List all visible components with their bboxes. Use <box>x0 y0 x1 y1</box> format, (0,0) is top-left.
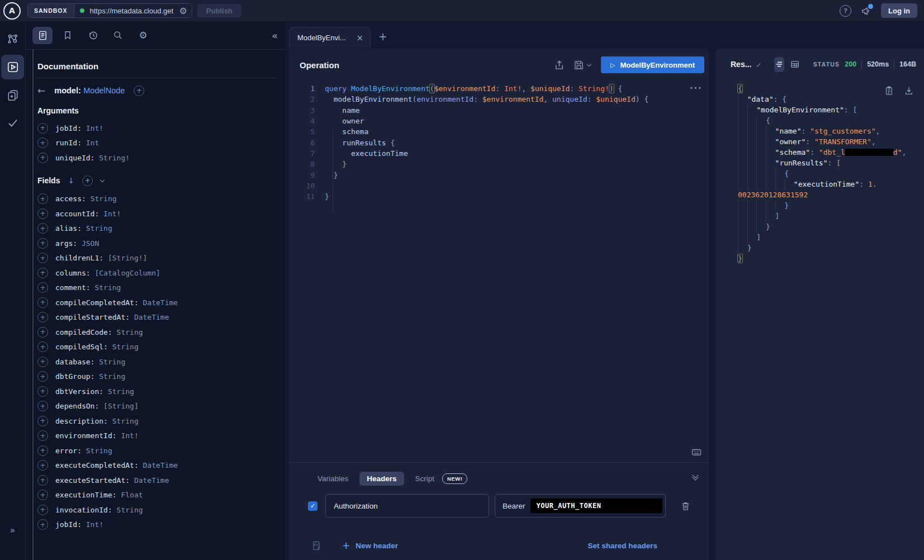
field-name[interactable]: columns: <box>55 269 94 277</box>
add-field-to-query-icon[interactable]: + <box>37 153 48 163</box>
collapse-docs-icon[interactable]: « <box>272 30 280 41</box>
field-name[interactable]: executeStartedAt: <box>55 476 134 485</box>
field-type-link[interactable]: [String] <box>103 402 139 410</box>
field-type-link[interactable]: Int! <box>86 124 103 132</box>
query-editor[interactable]: 1query ModelByEnvironment($environmentId… <box>289 81 692 448</box>
field-name[interactable]: invocationId: <box>55 506 117 514</box>
checks-icon[interactable] <box>0 111 25 135</box>
keyboard-shortcuts-icon[interactable] <box>691 447 702 458</box>
add-field-to-query-icon[interactable]: + <box>37 371 48 382</box>
field-type-link[interactable]: Float <box>121 491 143 499</box>
field-name[interactable]: environmentId: <box>55 431 121 440</box>
documentation-tab-icon[interactable] <box>32 27 53 44</box>
add-field-to-query-icon[interactable]: + <box>37 312 48 322</box>
field-type-link[interactable]: String <box>91 194 117 203</box>
field-name[interactable]: jobId: <box>55 124 86 132</box>
add-field-to-query-icon[interactable]: + <box>37 460 48 471</box>
field-name[interactable]: compileCompletedAt: <box>55 298 143 307</box>
field-type-link[interactable]: DateTime <box>134 476 169 485</box>
table-view-icon[interactable] <box>790 57 800 72</box>
field-type-link[interactable]: String <box>112 417 139 425</box>
field-name[interactable]: compiledSql: <box>55 343 112 351</box>
field-name[interactable]: executeCompletedAt: <box>55 461 143 469</box>
tab-modelbyenvironment[interactable]: ModelByEnvi... × <box>289 27 371 48</box>
delete-header-trash-icon[interactable] <box>680 501 691 511</box>
explorer-icon[interactable] <box>1 55 24 79</box>
add-field-to-query-icon[interactable]: + <box>37 193 48 204</box>
field-type-link[interactable]: [String!] <box>108 254 147 262</box>
save-options-chevron-icon[interactable] <box>587 62 591 67</box>
field-type-link[interactable]: String <box>117 328 143 336</box>
add-field-to-query-icon[interactable]: + <box>37 208 48 219</box>
add-field-to-query-icon[interactable]: + <box>37 297 48 308</box>
field-type-link[interactable]: Int <box>86 139 99 147</box>
add-field-to-query-icon[interactable]: + <box>37 137 48 148</box>
download-response-icon[interactable] <box>904 86 914 96</box>
add-field-to-query-icon[interactable]: + <box>37 430 48 441</box>
field-type-link[interactable]: Int! <box>86 520 103 529</box>
auth-token-value[interactable]: YOUR_AUTH_TOKEN <box>530 499 662 513</box>
docs-settings-gear-icon[interactable]: ⚙ <box>133 27 153 44</box>
bookmarks-icon[interactable] <box>58 27 78 44</box>
field-type-link[interactable]: String <box>94 283 121 292</box>
save-icon[interactable] <box>574 60 584 70</box>
field-name[interactable]: accountId: <box>55 210 103 218</box>
field-name[interactable]: executionTime: <box>55 491 121 499</box>
response-dropdown-chevron-icon[interactable] <box>757 63 761 67</box>
field-type-link[interactable]: String <box>108 387 134 396</box>
add-field-to-query-icon[interactable]: + <box>37 445 48 456</box>
add-field-to-query-icon[interactable]: + <box>37 341 48 352</box>
field-name[interactable]: alias: <box>55 224 86 232</box>
header-name-input[interactable] <box>325 494 489 518</box>
expand-rail-icon[interactable]: » <box>0 525 25 535</box>
field-name[interactable]: error: <box>55 447 86 455</box>
add-field-to-query-icon[interactable]: + <box>37 223 48 234</box>
back-arrow-icon[interactable]: ← <box>37 85 45 96</box>
publish-button[interactable]: Publish <box>197 4 241 17</box>
field-type-link[interactable]: JSON <box>82 239 99 248</box>
field-name[interactable]: dbtGroup: <box>55 372 99 381</box>
add-field-to-query-icon[interactable]: + <box>37 505 48 515</box>
new-header-button[interactable]: + New header <box>342 540 398 551</box>
field-name[interactable]: database: <box>55 358 99 366</box>
add-field-icon[interactable]: + <box>134 86 144 96</box>
add-field-to-query-icon[interactable]: + <box>37 357 48 367</box>
field-name[interactable]: description: <box>55 417 112 425</box>
field-name[interactable]: compileStartedAt: <box>55 313 134 321</box>
tab-headers[interactable]: Headers <box>359 472 404 486</box>
schema-graph-icon[interactable] <box>0 27 25 51</box>
add-all-fields-icon[interactable]: + <box>82 175 93 186</box>
field-type-link[interactable]: String <box>99 372 125 381</box>
preflight-script-icon[interactable] <box>311 540 322 551</box>
add-field-to-query-icon[interactable]: + <box>37 416 48 426</box>
add-field-to-query-icon[interactable]: + <box>37 123 48 134</box>
breadcrumb-type-link[interactable]: ModelNode <box>83 86 125 95</box>
field-type-link[interactable]: DateTime <box>143 298 178 307</box>
search-icon[interactable] <box>108 27 128 44</box>
field-name[interactable]: compiledCode: <box>55 328 117 336</box>
field-name[interactable]: access: <box>55 194 91 203</box>
sort-fields-icon[interactable]: ↓ <box>68 176 74 185</box>
field-type-link[interactable]: Int! <box>103 210 121 218</box>
field-type-link[interactable]: String <box>86 224 112 232</box>
response-title[interactable]: Res... <box>731 60 751 69</box>
field-name[interactable]: uniqueId: <box>55 154 99 162</box>
add-field-to-query-icon[interactable]: + <box>37 238 48 249</box>
copy-response-icon[interactable] <box>884 86 894 96</box>
field-name[interactable]: runId: <box>55 139 86 147</box>
new-tab-icon[interactable]: + <box>378 30 387 42</box>
set-shared-headers-link[interactable]: Set shared headers <box>587 542 657 550</box>
login-button[interactable]: Log in <box>881 3 917 18</box>
field-type-link[interactable]: String <box>99 358 125 366</box>
endpoint-settings-gear-icon[interactable]: ⚙ <box>179 6 187 16</box>
close-tab-icon[interactable]: × <box>356 33 363 43</box>
field-name[interactable]: comment: <box>55 283 94 292</box>
field-type-link[interactable]: String <box>117 506 143 514</box>
add-field-to-query-icon[interactable]: + <box>37 490 48 500</box>
add-field-to-query-icon[interactable]: + <box>37 475 48 486</box>
add-field-to-query-icon[interactable]: + <box>37 268 48 278</box>
field-type-link[interactable]: String! <box>99 154 130 162</box>
header-value-input[interactable]: Bearer YOUR_AUTH_TOKEN <box>495 494 666 518</box>
field-name[interactable]: args: <box>55 239 82 248</box>
field-name[interactable]: dependsOn: <box>55 402 103 410</box>
